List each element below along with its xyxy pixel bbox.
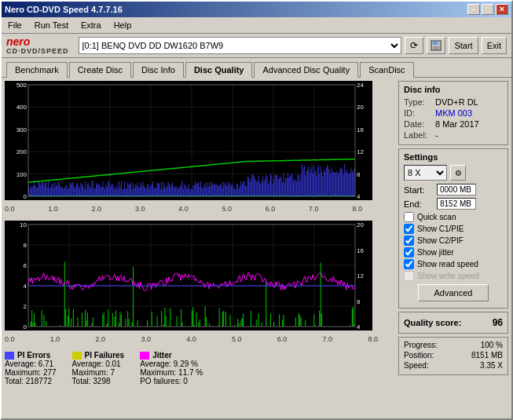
- speed-settings-button[interactable]: ⚙: [450, 165, 466, 181]
- quality-score-value: 96: [493, 317, 503, 328]
- position-row: Position: 8151 MB: [404, 351, 503, 360]
- start-value: 0000 MB: [437, 184, 476, 195]
- end-value: 8152 MB: [437, 198, 476, 210]
- show-write-speed-checkbox[interactable]: [404, 271, 414, 281]
- show-jitter-row: Show jitter: [404, 247, 503, 257]
- pi-failures-max: Maximum: 7: [72, 368, 125, 377]
- chart2-x-axis: 0.01.02.03.04.05.06.07.08.0: [5, 335, 378, 343]
- show-write-speed-row: Show write speed: [404, 271, 503, 281]
- end-row: End: 8152 MB: [404, 198, 503, 210]
- id-row: ID: MKM 003: [404, 108, 503, 118]
- show-c2-row: Show C2/PIF: [404, 236, 503, 246]
- start-button[interactable]: Start: [449, 37, 478, 54]
- tab-benchmark[interactable]: Benchmark: [6, 62, 68, 78]
- jitter-max: Maximum: 11.7 %: [140, 368, 203, 377]
- exit-button[interactable]: Exit: [482, 37, 507, 54]
- pi-failures-label: PI Failures: [85, 351, 125, 360]
- advanced-button[interactable]: Advanced: [418, 284, 489, 301]
- menu-bar: File Run Test Extra Help: [2, 17, 511, 34]
- pi-errors-total: Total: 218772: [5, 377, 57, 385]
- progress-row: Progress: 100 %: [404, 341, 503, 349]
- tab-bar: Benchmark Create Disc Disc Info Disc Qua…: [2, 58, 511, 77]
- jitter-color: [140, 352, 149, 360]
- pi-errors-color: [5, 352, 14, 360]
- disc-info-title: Disc info: [404, 85, 503, 94]
- maximize-button[interactable]: □: [482, 4, 494, 15]
- minimize-button[interactable]: −: [467, 4, 480, 15]
- window-controls: − □ ✕: [467, 4, 508, 15]
- speed-row: 8 X 4 X 12 X 16 X ⚙: [404, 165, 503, 181]
- jitter-po-failures: PO failures: 0: [140, 377, 203, 385]
- quality-section: Quality score: 96: [398, 312, 508, 334]
- pi-failures-color: [72, 352, 82, 360]
- type-row: Type: DVD+R DL: [404, 97, 503, 107]
- close-button[interactable]: ✕: [496, 4, 508, 15]
- pi-errors-max: Maximum: 277: [5, 368, 57, 377]
- legend-pi-errors: PI Errors Average: 6.71 Maximum: 277 Tot…: [5, 351, 57, 385]
- jitter-label: Jitter: [152, 351, 171, 360]
- menu-file[interactable]: File: [5, 19, 25, 31]
- show-read-speed-checkbox[interactable]: [404, 259, 414, 269]
- quick-scan-checkbox[interactable]: [404, 212, 414, 222]
- legend-jitter: Jitter Average: 9.29 % Maximum: 11.7 % P…: [140, 351, 203, 385]
- position-value: 8151 MB: [471, 351, 503, 360]
- chart1-wrapper: 0.01.02.03.04.05.06.07.08.0: [5, 81, 395, 202]
- pi-failures-total: Total: 3298: [72, 377, 125, 385]
- legend-pi-failures: PI Failures Average: 0.01 Maximum: 7 Tot…: [72, 351, 125, 385]
- jitter-avg: Average: 9.29 %: [140, 360, 203, 368]
- quick-scan-row: Quick scan: [404, 212, 503, 222]
- progress-section: Progress: 100 % Position: 8151 MB Speed:…: [398, 337, 508, 375]
- svg-rect-1: [433, 41, 438, 45]
- pi-errors-label: PI Errors: [17, 351, 50, 360]
- show-c1-checkbox[interactable]: [404, 224, 414, 234]
- nero-logo: nero CD·DVD/SPEED: [6, 36, 69, 55]
- tab-disc-quality[interactable]: Disc Quality: [185, 62, 253, 78]
- show-c1-row: Show C1/PIE: [404, 224, 503, 234]
- chart1-x-axis: 0.01.02.03.04.05.06.07.08.0: [5, 205, 378, 213]
- logo-nero: nero: [6, 36, 30, 47]
- show-c2-checkbox[interactable]: [404, 236, 414, 246]
- show-jitter-checkbox[interactable]: [404, 247, 414, 257]
- pi-failures-avg: Average: 0.01: [72, 360, 125, 368]
- settings-section: Settings 8 X 4 X 12 X 16 X ⚙ Start: 0000…: [398, 148, 508, 309]
- date-row: Date: 8 Mar 2017: [404, 119, 503, 129]
- speed-row: Speed: 3.35 X: [404, 361, 503, 370]
- menu-run-test[interactable]: Run Test: [31, 19, 71, 31]
- charts-area: 0.01.02.03.04.05.06.07.08.0 0.01.02.03.0…: [5, 81, 395, 415]
- pi-errors-avg: Average: 6.71: [5, 360, 57, 368]
- start-row: Start: 0000 MB: [404, 184, 503, 195]
- svg-rect-2: [433, 46, 439, 49]
- progress-value: 100 %: [481, 341, 503, 349]
- legend-area: PI Errors Average: 6.71 Maximum: 277 Tot…: [5, 348, 395, 389]
- quality-score-row: Quality score: 96: [404, 316, 503, 330]
- jitter-chart: [5, 221, 372, 331]
- tab-disc-info[interactable]: Disc Info: [133, 62, 184, 78]
- show-read-speed-row: Show read speed: [404, 259, 503, 269]
- settings-title: Settings: [404, 152, 503, 162]
- sidebar: Disc info Type: DVD+R DL ID: MKM 003 Dat…: [398, 81, 508, 415]
- chart2-wrapper: 0.01.02.03.04.05.06.07.08.0: [5, 221, 395, 332]
- drive-select[interactable]: [0:1] BENQ DVD DD DW1620 B7W9: [79, 37, 402, 54]
- main-window: Nero CD-DVD Speed 4.7.7.16 − □ ✕ File Ru…: [0, 0, 513, 420]
- tab-create-disc[interactable]: Create Disc: [69, 62, 131, 78]
- tab-advanced-disc-quality[interactable]: Advanced Disc Quality: [254, 62, 358, 78]
- menu-help[interactable]: Help: [111, 19, 135, 31]
- label-row: Label: -: [404, 130, 503, 140]
- disc-info-section: Disc info Type: DVD+R DL ID: MKM 003 Dat…: [398, 81, 508, 145]
- toolbar: nero CD·DVD/SPEED [0:1] BENQ DVD DD DW16…: [2, 34, 511, 58]
- window-title: Nero CD-DVD Speed 4.7.7.16: [5, 5, 123, 14]
- save-button[interactable]: [427, 37, 445, 54]
- speed-select[interactable]: 8 X 4 X 12 X 16 X: [404, 165, 447, 181]
- title-bar: Nero CD-DVD Speed 4.7.7.16 − □ ✕: [2, 2, 511, 17]
- pi-errors-chart: [5, 81, 372, 200]
- refresh-button[interactable]: ⟳: [405, 37, 423, 54]
- speed-value: 3.35 X: [480, 361, 503, 370]
- menu-extra[interactable]: Extra: [78, 19, 104, 31]
- tab-scandisc[interactable]: ScanDisc: [360, 62, 413, 78]
- content-area: 0.01.02.03.04.05.06.07.08.0 0.01.02.03.0…: [2, 77, 511, 418]
- logo-subtitle: CD·DVD/SPEED: [6, 47, 69, 55]
